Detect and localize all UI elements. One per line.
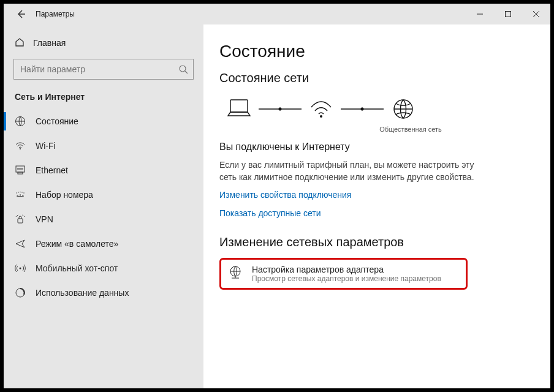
sidebar-item-label: Состояние	[36, 116, 78, 126]
back-arrow-icon	[16, 9, 26, 19]
window-title: Параметры	[33, 10, 75, 18]
svg-point-12	[20, 268, 21, 270]
sidebar: Главная Сеть и Интернет Состояние	[4, 24, 203, 388]
sidebar-item-wifi[interactable]: Wi-Fi	[4, 134, 203, 158]
sidebar-item-datausage[interactable]: Использование данных	[4, 281, 203, 305]
adapter-title: Настройка параметров адаптера	[252, 265, 441, 274]
dialup-icon	[15, 189, 26, 200]
search-input[interactable]	[19, 64, 178, 75]
svg-point-3	[20, 148, 21, 149]
svg-point-17	[320, 115, 322, 118]
adapter-icon	[227, 265, 243, 282]
globe-node	[390, 97, 417, 121]
svg-rect-5	[18, 172, 23, 174]
sidebar-item-vpn[interactable]: VPN	[4, 207, 203, 232]
search-icon	[178, 64, 188, 74]
sidebar-item-label: Режим «в самолете»	[36, 239, 118, 249]
search-box[interactable]	[13, 59, 194, 80]
link-change-connection-properties[interactable]: Изменить свойства подключения	[219, 190, 534, 200]
svg-point-6	[16, 192, 17, 193]
svg-point-19	[361, 108, 363, 110]
home-icon	[15, 37, 25, 49]
change-settings-heading: Изменение сетевых параметров	[219, 235, 534, 249]
sidebar-nav: Состояние Wi-Fi Ethernet	[4, 109, 203, 305]
hotspot-icon	[15, 263, 26, 274]
sidebar-item-status[interactable]: Состояние	[4, 109, 203, 134]
sidebar-item-airplane[interactable]: Режим «в самолете»	[4, 232, 203, 256]
svg-point-7	[18, 192, 18, 192]
diagram-caption: Общественная сеть	[219, 126, 534, 133]
connected-body: Если у вас лимитный тарифный план, вы мо…	[219, 159, 477, 184]
wifi-big-icon	[308, 97, 335, 121]
globe-icon	[15, 116, 26, 127]
globe-big-icon	[390, 97, 417, 121]
svg-rect-11	[18, 219, 23, 223]
svg-point-10	[23, 192, 24, 193]
svg-point-1	[180, 66, 186, 72]
connected-heading: Вы подключены к Интернету	[219, 141, 534, 153]
svg-point-8	[20, 192, 20, 192]
svg-point-16	[279, 108, 281, 110]
titlebar: Параметры	[4, 4, 550, 24]
adapter-settings-button[interactable]: Настройка параметров адаптера Просмотр с…	[219, 258, 468, 290]
back-button[interactable]	[9, 4, 33, 24]
sidebar-item-ethernet[interactable]: Ethernet	[4, 158, 203, 183]
svg-point-9	[21, 192, 22, 192]
window-frame: Параметры Главная	[4, 4, 550, 388]
sidebar-item-label: Использование данных	[36, 288, 129, 298]
data-usage-icon	[15, 287, 26, 298]
sidebar-section-title: Сеть и Интернет	[4, 88, 203, 109]
laptop-icon	[226, 97, 252, 121]
vpn-icon	[15, 214, 26, 225]
sidebar-item-label: Wi-Fi	[36, 141, 56, 151]
link-show-available-networks[interactable]: Показать доступные сети	[219, 208, 534, 218]
sidebar-home-label: Главная	[33, 38, 66, 48]
sidebar-item-label: Мобильный хот-спот	[36, 263, 118, 273]
svg-rect-14	[230, 100, 248, 112]
wifi-icon	[15, 140, 26, 151]
ethernet-icon	[15, 165, 26, 176]
sidebar-item-label: VPN	[36, 214, 53, 224]
svg-rect-0	[506, 12, 511, 17]
airplane-icon	[15, 238, 26, 249]
maximize-button[interactable]	[494, 4, 522, 24]
close-button[interactable]	[522, 4, 550, 24]
sidebar-home[interactable]: Главная	[4, 32, 203, 54]
adapter-text: Настройка параметров адаптера Просмотр с…	[252, 265, 441, 283]
sidebar-item-dialup[interactable]: Набор номера	[4, 183, 203, 207]
connector-icon	[341, 107, 384, 111]
minimize-button[interactable]	[466, 4, 494, 24]
network-diagram	[219, 91, 534, 122]
sidebar-item-label: Ethernet	[36, 165, 68, 175]
window-controls	[466, 4, 550, 24]
wifi-node	[308, 97, 335, 121]
page-title: Состояние	[219, 42, 534, 61]
sidebar-item-label: Набор номера	[36, 190, 93, 200]
connector-icon	[259, 107, 302, 111]
status-heading: Состояние сети	[219, 71, 534, 85]
device-node	[226, 97, 252, 121]
adapter-subtitle: Просмотр сетевых адаптеров и изменение п…	[252, 274, 441, 283]
sidebar-item-hotspot[interactable]: Мобильный хот-спот	[4, 256, 203, 281]
main-content: Состояние Состояние сети	[203, 24, 550, 388]
